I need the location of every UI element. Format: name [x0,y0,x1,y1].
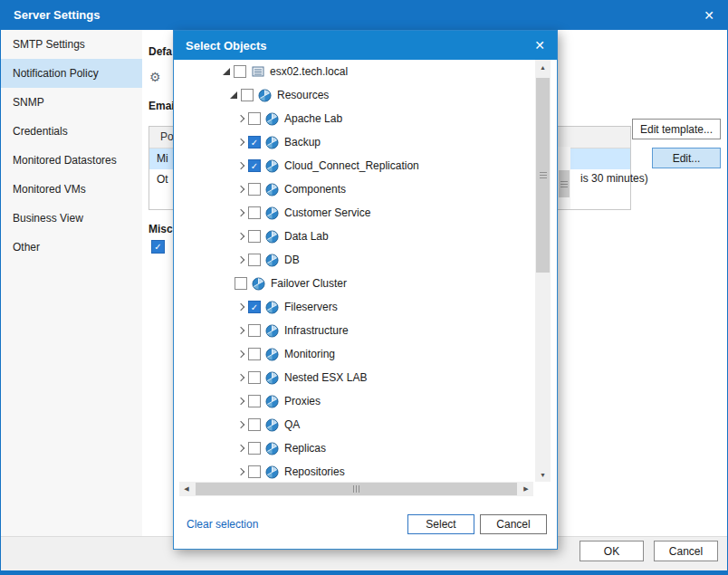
interval-text: is 30 minutes) [580,172,648,185]
dialog-titlebar: Select Objects ✕ [174,31,557,60]
tree-item-components[interactable]: Components [175,177,533,201]
expand-arrow-icon[interactable] [235,466,246,478]
tree-item-proxies[interactable]: Proxies [175,389,533,413]
vertical-scrollbar-thumb[interactable] [536,78,550,273]
expand-arrow-icon[interactable] [235,160,246,172]
window-cancel-button[interactable]: Cancel [654,541,718,561]
tree-item-label: Proxies [284,395,321,407]
resource-pool-icon [265,206,279,220]
expand-arrow-icon[interactable] [235,254,246,266]
sidebar-item-credentials[interactable]: Credentials [1,117,142,146]
gear-icon[interactable]: ⚙ [149,70,161,84]
checkbox-db[interactable] [248,254,261,266]
checkbox-monitoring[interactable] [248,348,261,360]
tree-item-failover-cluster[interactable]: Failover Cluster [175,272,533,295]
tree-item-fileservers[interactable]: ✓Fileservers [175,295,533,319]
checkbox-components[interactable] [248,183,261,196]
select-button[interactable]: Select [407,514,474,534]
titlebar: Server Settings ✕ [1,0,727,30]
horizontal-scrollbar[interactable]: ◀ ▶ [179,482,533,496]
horizontal-scrollbar-thumb[interactable] [196,483,517,495]
expand-arrow-icon[interactable] [235,184,246,196]
expand-arrow-icon[interactable] [235,372,246,384]
tree-item-data-lab[interactable]: Data Lab [175,225,533,248]
email-section-label: Emai [148,100,175,112]
checkbox-fileservers[interactable]: ✓ [248,301,261,313]
tree-item-nested-esx-lab[interactable]: Nested ESX LAB [175,366,533,389]
tree-item-customer-service[interactable]: Customer Service [175,201,533,225]
edit-template-button[interactable]: Edit template... [632,119,721,139]
expand-arrow-icon[interactable] [235,349,246,360]
tree-item-cloud-connect-replication[interactable]: ✓Cloud_Connect_Replication [175,154,533,177]
vertical-scrollbar[interactable]: ▲ ▼ [535,60,551,482]
checkbox-data-lab[interactable] [248,230,261,243]
tree-item-label: Cloud_Connect_Replication [284,159,419,172]
expand-arrow-icon[interactable] [235,207,246,219]
expand-arrow-icon[interactable] [235,113,246,125]
clear-selection-link[interactable]: Clear selection [187,518,258,531]
resource-pool-icon [265,112,279,126]
collapse-arrow-icon[interactable] [220,66,232,78]
sidebar-item-notification-policy[interactable]: Notification Policy [1,59,142,88]
sidebar-item-other[interactable]: Other [1,233,142,262]
tree-item-repositories[interactable]: Repositories [175,460,533,481]
scroll-right-icon[interactable]: ▶ [519,482,533,496]
table-scrollbar-thumb[interactable] [559,170,570,197]
sidebar-item-monitored-vms[interactable]: Monitored VMs [1,175,142,204]
checkbox-replicas[interactable] [248,442,261,455]
checkbox-customer-service[interactable] [248,206,261,219]
expand-arrow-icon[interactable] [235,419,246,431]
tree-item-label: QA [284,418,300,431]
scroll-down-icon[interactable]: ▼ [535,467,551,482]
table-scrollbar[interactable] [558,147,570,209]
ok-button[interactable]: OK [580,541,644,561]
tree-item-infrastructure[interactable]: Infrastructure [175,319,533,342]
dialog-close-icon[interactable]: ✕ [534,39,545,52]
checkbox-nested-esx-lab[interactable] [248,371,261,384]
tree-item-monitoring[interactable]: Monitoring [175,342,533,366]
sidebar-item-snmp[interactable]: SNMP [1,88,142,117]
edit-button[interactable]: Edit... [652,148,721,168]
sidebar-item-business-view[interactable]: Business View [1,204,142,233]
checkbox-backup[interactable]: ✓ [248,136,261,149]
checkbox-qa[interactable] [248,418,261,431]
tree-item-resources[interactable]: Resources [175,83,533,107]
expand-arrow-icon[interactable] [235,137,246,149]
checkbox-esx02-tech-local[interactable] [234,65,246,78]
tree-item-replicas[interactable]: Replicas [175,436,533,460]
expand-arrow-icon[interactable] [235,443,246,455]
collapse-arrow-icon[interactable] [227,90,239,101]
scrollbar-grip [356,485,357,493]
resource-pool-icon [265,183,279,196]
checkbox-failover-cluster[interactable] [235,277,247,290]
checkbox-repositories[interactable] [248,465,261,478]
checkbox-cloud-connect-replication[interactable]: ✓ [248,159,261,172]
expand-arrow-icon[interactable] [235,325,246,337]
window-close-icon[interactable]: ✕ [704,9,714,22]
misc-checkbox[interactable]: ✓ [151,240,165,254]
tree-item-apache-lab[interactable]: Apache Lab [175,107,533,130]
checkbox-proxies[interactable] [248,395,261,407]
sidebar-item-smtp-settings[interactable]: SMTP Settings [1,30,142,59]
checkbox-apache-lab[interactable] [248,112,261,125]
scrollbar-grip [560,184,568,185]
expand-arrow-icon[interactable] [235,231,246,243]
tree-item-label: Nested ESX LAB [284,371,367,384]
tree-item-db[interactable]: DB [175,248,533,272]
scrollbar-grip [540,175,547,176]
tree-item-label: Infrastructure [284,324,349,337]
expand-arrow-icon[interactable] [235,396,246,407]
misc-section-label: Misc [148,223,173,235]
dialog-cancel-button[interactable]: Cancel [480,514,547,534]
tree-item-qa[interactable]: QA [175,413,533,436]
scroll-left-icon[interactable]: ◀ [179,482,194,496]
tree-item-esx02-tech-local[interactable]: esx02.tech.local [175,60,533,83]
checkbox-infrastructure[interactable] [248,324,261,337]
expand-arrow-icon[interactable] [235,302,246,313]
tree-item-backup[interactable]: ✓Backup [175,130,533,154]
tree-item-label: Fileservers [284,301,338,313]
sidebar-item-monitored-datastores[interactable]: Monitored Datastores [1,146,142,175]
scroll-up-icon[interactable]: ▲ [535,60,551,74]
resource-pool-icon [265,465,279,479]
checkbox-resources[interactable] [241,89,254,101]
